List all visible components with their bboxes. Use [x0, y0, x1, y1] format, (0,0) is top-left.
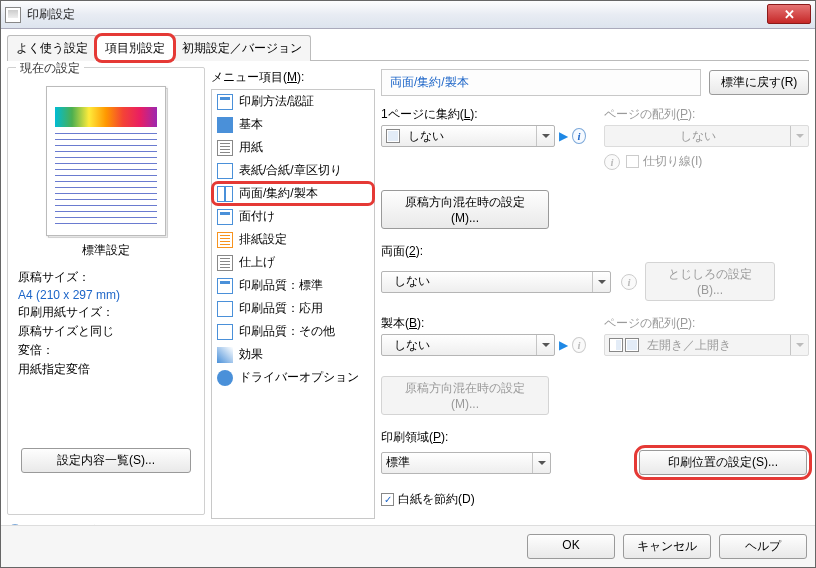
orig-size-label: 原稿サイズ： — [18, 269, 196, 286]
book-dropdown[interactable]: しない — [381, 334, 555, 356]
mixed-orientation-button-2: 原稿方向混在時の設定(M)... — [381, 376, 549, 415]
menu-item-cover[interactable]: 表紙/合紙/章区切り — [212, 159, 374, 182]
menu-item-quality-std[interactable]: 印刷品質：標準 — [212, 274, 374, 297]
paper-size-value: 原稿サイズと同じ — [18, 323, 196, 340]
print-position-button[interactable]: 印刷位置の設定(S)... — [639, 450, 807, 475]
dialog-button-bar: OK キャンセル ヘルプ — [1, 525, 815, 567]
finishing-icon — [217, 255, 233, 271]
menu-item-paper[interactable]: 用紙 — [212, 136, 374, 159]
nup-layout-dropdown: しない — [604, 125, 809, 147]
menu-item-impose[interactable]: 面付け — [212, 205, 374, 228]
ok-button[interactable]: OK — [527, 534, 615, 559]
effects-icon — [217, 347, 233, 363]
preview-color-bar — [55, 107, 157, 127]
chevron-down-icon — [592, 272, 610, 292]
menu-item-basic[interactable]: 基本 — [212, 113, 374, 136]
cancel-button[interactable]: キャンセル — [623, 534, 711, 559]
print-area-dropdown[interactable]: 標準 — [381, 452, 551, 474]
menu-item-output[interactable]: 排紙設定 — [212, 228, 374, 251]
nup-dropdown[interactable]: しない — [381, 125, 555, 147]
page-preview — [46, 86, 166, 236]
output-icon — [217, 232, 233, 248]
page-auth-icon — [217, 94, 233, 110]
duplex-icon — [217, 186, 233, 202]
nup-info-icon[interactable]: i — [572, 128, 586, 144]
menu-column: メニュー項目(M): 印刷方法/認証 基本 用紙 表紙/合紙/章区切り 両面/集… — [211, 67, 375, 540]
save-blank-label: 白紙を節約(D) — [398, 491, 475, 508]
chevron-down-icon — [536, 126, 554, 146]
menu-items-label: メニュー項目(M): — [211, 69, 375, 86]
book-layout-label: ページの配列(P): — [604, 315, 809, 332]
book-open-icon — [609, 338, 623, 352]
book-info-icon: i — [572, 337, 586, 353]
duplex-info-icon: i — [621, 274, 637, 290]
titlebar: 印刷設定 ✕ — [1, 1, 815, 29]
chevron-down-icon — [790, 126, 808, 146]
nup-thumb-icon — [386, 129, 400, 143]
preview-lines — [55, 133, 157, 225]
separator-label: 仕切り線(I) — [643, 153, 702, 170]
menu-list: 印刷方法/認証 基本 用紙 表紙/合紙/章区切り 両面/集約/製本 面付け 排紙… — [211, 89, 375, 519]
cover-icon — [217, 163, 233, 179]
chevron-down-icon — [532, 453, 550, 473]
arrow-right-icon: ▶ — [559, 129, 568, 143]
detail-panel: 両面/集約/製本 標準に戻す(R) 1ページに集約(L): しない ▶ i — [381, 67, 809, 540]
gear-icon — [217, 370, 233, 386]
basic-icon — [217, 117, 233, 133]
chevron-down-icon — [790, 335, 808, 355]
left-column: 現在の設定 標準設定 原稿サイズ： A4 (210 x 297 mm) 印刷用紙… — [7, 67, 205, 540]
book-thumb-icon — [625, 338, 639, 352]
quality-other-icon — [217, 324, 233, 340]
preview-caption: 標準設定 — [16, 242, 196, 259]
print-area-label: 印刷領域(P): — [381, 429, 809, 446]
menu-item-quality-adv[interactable]: 印刷品質：応用 — [212, 297, 374, 320]
menu-item-driver-options[interactable]: ドライバーオプション — [212, 366, 374, 389]
impose-icon — [217, 209, 233, 225]
zoom-value: 用紙指定変倍 — [18, 361, 196, 378]
menu-item-quality-other[interactable]: 印刷品質：その他 — [212, 320, 374, 343]
duplex-label: 両面(2): — [381, 243, 809, 260]
save-blank-checkbox[interactable]: ✓ — [381, 493, 394, 506]
nup-label: 1ページに集約(L): — [381, 106, 586, 123]
menu-item-print-method[interactable]: 印刷方法/認証 — [212, 90, 374, 113]
zoom-label: 変倍： — [18, 342, 196, 359]
paper-size-label: 印刷用紙サイズ： — [18, 304, 196, 321]
settings-list-button[interactable]: 設定内容一覧(S)... — [21, 448, 191, 473]
menu-item-duplex-nup-book[interactable]: 両面/集約/製本 — [212, 182, 374, 205]
sep-info-icon: i — [604, 154, 620, 170]
quality-std-icon — [217, 278, 233, 294]
restore-defaults-button[interactable]: 標準に戻す(R) — [709, 70, 809, 95]
quality-adv-icon — [217, 301, 233, 317]
help-button[interactable]: ヘルプ — [719, 534, 807, 559]
tab-defaults-version[interactable]: 初期設定／バージョン — [173, 35, 311, 61]
tab-frequently-used[interactable]: よく使う設定 — [7, 35, 97, 61]
menu-item-effects[interactable]: 効果 — [212, 343, 374, 366]
nup-layout-label: ページの配列(P): — [604, 106, 809, 123]
current-settings-group: 現在の設定 標準設定 原稿サイズ： A4 (210 x 297 mm) 印刷用紙… — [7, 67, 205, 515]
arrow-right-icon: ▶ — [559, 338, 568, 352]
close-button[interactable]: ✕ — [767, 4, 811, 24]
tabstrip: よく使う設定 項目別設定 初期設定／バージョン — [1, 29, 815, 61]
print-position-highlight: 印刷位置の設定(S)... — [637, 448, 809, 477]
binding-margin-button: とじしろの設定(B)... — [645, 262, 775, 301]
printer-icon — [5, 7, 21, 23]
menu-item-finishing[interactable]: 仕上げ — [212, 251, 374, 274]
current-settings-legend: 現在の設定 — [16, 60, 84, 77]
window-title: 印刷設定 — [27, 6, 75, 23]
book-label: 製本(B): — [381, 315, 586, 332]
content-area: 現在の設定 標準設定 原稿サイズ： A4 (210 x 297 mm) 印刷用紙… — [1, 61, 815, 546]
mixed-orientation-button-1[interactable]: 原稿方向混在時の設定(M)... — [381, 190, 549, 229]
duplex-dropdown[interactable]: しない — [381, 271, 611, 293]
book-layout-dropdown: 左開き／上開き — [604, 334, 809, 356]
paper-icon — [217, 140, 233, 156]
panel-title: 両面/集約/製本 — [381, 69, 701, 96]
tab-by-item[interactable]: 項目別設定 — [96, 35, 174, 61]
orig-size-value: A4 (210 x 297 mm) — [18, 288, 196, 302]
chevron-down-icon — [536, 335, 554, 355]
separator-checkbox — [626, 155, 639, 168]
